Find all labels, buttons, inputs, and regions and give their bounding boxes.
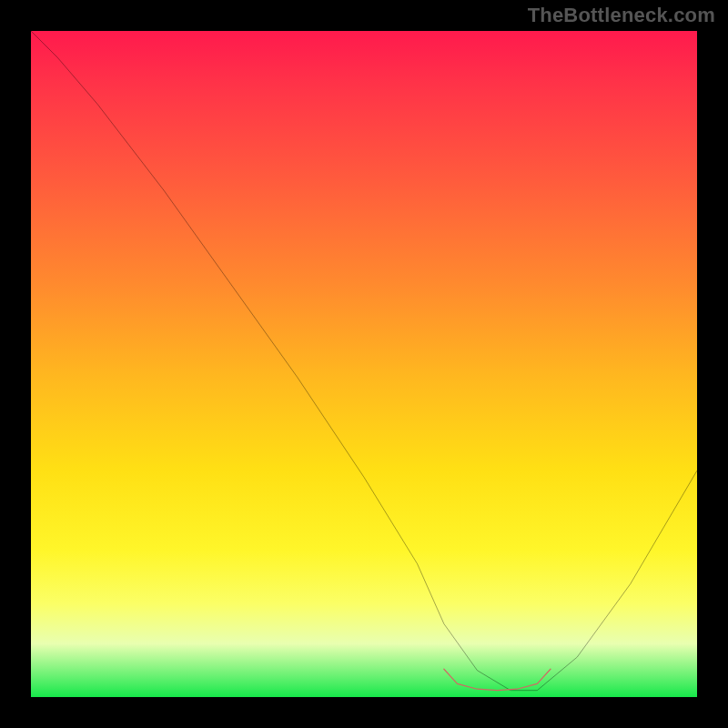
- watermark-label: TheBottleneck.com: [528, 4, 715, 27]
- chart-frame: TheBottleneck.com: [0, 0, 728, 728]
- plot-area: [31, 31, 697, 697]
- highlight-path: [444, 669, 551, 690]
- trough-highlight-line: [31, 31, 697, 697]
